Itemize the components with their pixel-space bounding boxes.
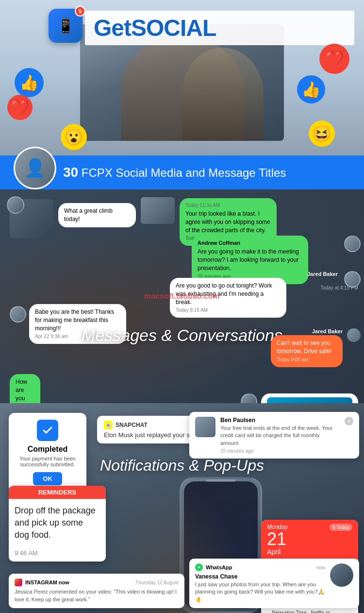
completed-check-icon [37, 420, 58, 441]
push-time: 15 minutes ago [220, 448, 340, 454]
heart-icon-left: ❤️ [7, 95, 33, 120]
laugh-emoji-icon: 😆 [309, 120, 335, 147]
whatsapp-when: now [316, 565, 325, 570]
reminders-time: 9:46 AM [9, 547, 106, 562]
app-icon: 5 📱 [49, 9, 83, 43]
bubble-orange: Can't wait to see you tomorrow. Drive sa… [271, 335, 343, 367]
calendar-date-info: Monday 21 April [267, 524, 288, 556]
like-icon-topleft: 👍 [15, 68, 44, 97]
jared-avatar-1 [344, 271, 361, 288]
bubble-jared-1: Are you good to go out tonight? Work was… [170, 278, 286, 318]
subtitle-band: 👤 30 FCPX Social Media and Message Title… [0, 155, 364, 189]
jared-name-2: Jared Baker [271, 328, 343, 334]
ben-avatar [195, 417, 215, 437]
whatsapp-content: ● WhatsApp now Vanessa Chase I just saw … [195, 563, 325, 603]
bubble-how: How are you doing? Can't wait to see you… [10, 374, 40, 403]
whatsapp-logo: ● [195, 563, 203, 571]
checkmark-icon [42, 425, 53, 436]
push-notification: Ben Paulsen Your free trial ends at the … [189, 412, 359, 459]
cal-event-5: Relaxation Time - Netflix or Book 8:00 P… [261, 608, 358, 613]
subtitle-text: 30 FCPX Social Media and Message Titles [63, 165, 286, 180]
whatsapp-brand: ● WhatsApp [195, 563, 232, 571]
instagram-logo [15, 579, 22, 586]
app-badge: 5 [75, 6, 85, 17]
whatsapp-notification: ● WhatsApp now Vanessa Chase I just saw … [189, 559, 359, 608]
completed-popup: Completed Your payment has been successf… [9, 413, 86, 492]
reminders-box: REMINDERS Drop off the package and pick … [9, 486, 106, 562]
bubble-flying: 🐢 Flying first class to Europe is the on… [261, 393, 358, 403]
photo-thumbnail [141, 197, 175, 224]
messages-section: What a great climb today! Today 11:3x AM… [0, 189, 364, 403]
whatsapp-message: I just saw your photos from your trip. W… [195, 581, 325, 603]
push-text: Your free trial ends at the end of the w… [220, 425, 340, 447]
reminders-header: REMINDERS [9, 486, 106, 499]
hero-section: 5 📱 GetSOCIAL 👍 👍 ❤️ ❤️ 😮 😆 👤 30 FCPX So… [0, 0, 364, 189]
instagram-brand: INSTAGRAM now [15, 579, 69, 586]
jared-orange-container: Jared Baker Can't wait to see you tomorr… [271, 328, 358, 335]
snapchat-logo: 👻 [104, 421, 113, 429]
heart-icon-right: ❤️ [319, 44, 349, 74]
push-content: Ben Paulsen Your free trial ends at the … [220, 417, 340, 454]
instagram-message: Jessica Perez commented on your video: "… [15, 588, 179, 603]
jared-avatar-2 [347, 328, 361, 342]
like-icon-topright: 👍 [297, 75, 325, 103]
jared-message-1: Jared Baker Are you good to go out tonig… [170, 271, 358, 278]
hero-title-banner: GetSOCIAL [85, 11, 354, 45]
notifications-title: Notifications & Pop-Ups [0, 457, 364, 475]
ocean-image: 🐢 [267, 397, 352, 403]
reminders-text: Drop off the package and pick up some do… [9, 499, 106, 547]
hero-title: GetSOCIAL [94, 15, 346, 41]
snapchat-brand: 👻 SNAPCHAT [104, 421, 148, 429]
avatar-breakfast [10, 306, 26, 323]
avatar-1 [7, 196, 24, 214]
calendar-header: Monday 21 April 5 Today [261, 520, 358, 560]
completed-title: Completed [16, 445, 80, 454]
andrew-avatar [344, 236, 361, 252]
instagram-when: Thursday 12 August [135, 580, 179, 585]
jared-name: Jared Baker [170, 271, 338, 277]
whatsapp-sender: Vanessa Chase [195, 573, 325, 580]
push-name: Ben Paulsen [220, 417, 340, 424]
calendar-badge: 5 Today [330, 524, 352, 531]
subtitle-avatar: 👤 [14, 147, 56, 189]
instagram-header: INSTAGRAM now Thursday 12 August [15, 579, 179, 586]
whatsapp-header: ● WhatsApp now [195, 563, 325, 572]
push-close-button[interactable]: ✕ [345, 417, 353, 426]
whatsapp-avatar [330, 563, 353, 587]
notifications-section: Completed Your payment has been successf… [0, 403, 364, 613]
instagram-notification: INSTAGRAM now Thursday 12 August Jessica… [9, 574, 184, 608]
bubble-climb: What a great climb today! [58, 203, 136, 227]
wow-emoji-icon: 😮 [61, 124, 87, 150]
